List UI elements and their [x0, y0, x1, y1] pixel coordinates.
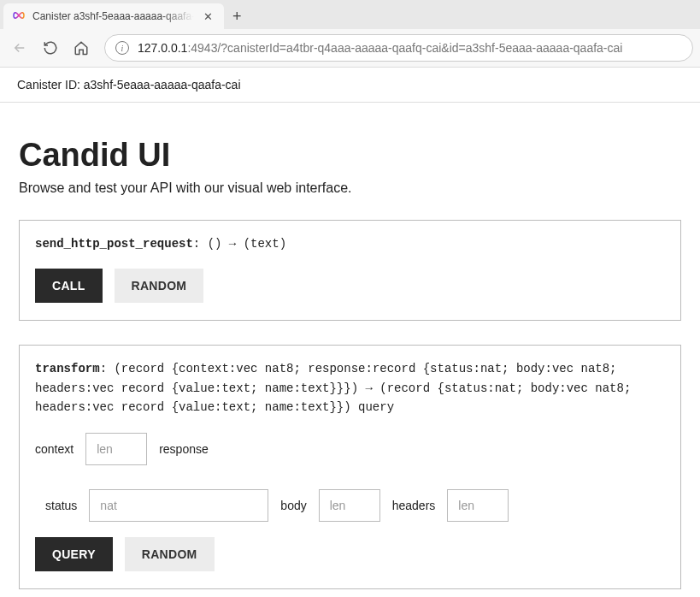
canister-id-label: Canister ID: a3shf-5eaaa-aaaaa-qaafa-cai	[17, 78, 241, 92]
random-button[interactable]: RANDOM	[115, 269, 204, 303]
new-tab-button[interactable]: +	[224, 8, 250, 26]
method-card-send-http-post: send_http_post_request: () → (text) CALL…	[19, 220, 681, 321]
query-button[interactable]: QUERY	[35, 537, 113, 571]
info-icon[interactable]: i	[115, 41, 129, 55]
browser-tab-bar: Canister a3shf-5eaaa-aaaaa-qaafa-cai ✕ +	[0, 0, 700, 29]
home-button[interactable]	[68, 35, 94, 61]
page-title: Candid UI	[19, 137, 681, 174]
call-button[interactable]: CALL	[35, 269, 103, 303]
refresh-button[interactable]	[38, 35, 63, 61]
body-input[interactable]	[319, 489, 380, 522]
url-text: 127.0.0.1:4943/?canisterId=a4tbr-q4aaa-a…	[138, 41, 622, 55]
tab-title: Canister a3shf-5eaaa-aaaaa-qaafa-cai	[32, 10, 194, 22]
infinity-icon	[12, 9, 26, 23]
close-icon[interactable]: ✕	[201, 9, 215, 25]
status-label: status	[45, 499, 77, 512]
method-signature: transform: (record {context:vec nat8; re…	[35, 359, 665, 417]
response-label: response	[159, 442, 209, 456]
page-subtitle: Browse and test your API with our visual…	[19, 180, 681, 196]
body-label: body	[280, 499, 306, 512]
browser-tab[interactable]: Canister a3shf-5eaaa-aaaaa-qaafa-cai ✕	[3, 3, 224, 29]
random-button[interactable]: RANDOM	[125, 537, 215, 571]
context-label: context	[35, 442, 74, 456]
canister-id-bar: Canister ID: a3shf-5eaaa-aaaaa-qaafa-cai	[0, 68, 700, 103]
back-button[interactable]	[7, 35, 32, 61]
browser-nav-bar: i 127.0.0.1:4943/?canisterId=a4tbr-q4aaa…	[0, 29, 700, 68]
status-input[interactable]	[89, 489, 268, 522]
address-bar[interactable]: i 127.0.0.1:4943/?canisterId=a4tbr-q4aaa…	[104, 34, 693, 62]
context-input[interactable]	[85, 433, 147, 465]
method-signature: send_http_post_request: () → (text)	[35, 234, 665, 253]
method-card-transform: transform: (record {context:vec nat8; re…	[19, 345, 681, 588]
headers-input[interactable]	[447, 489, 509, 522]
headers-label: headers	[392, 499, 436, 512]
